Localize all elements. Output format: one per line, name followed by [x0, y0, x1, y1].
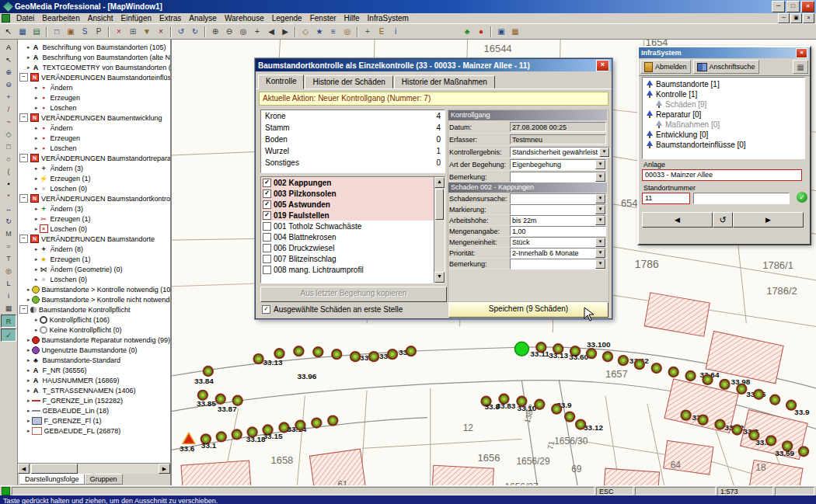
- abmelden-button[interactable]: Abmelden: [640, 60, 691, 74]
- legend-item[interactable]: ▸ABeschriftung von Baumstandorten (105): [18, 42, 170, 52]
- menu-fenster[interactable]: Fenster: [306, 14, 340, 23]
- tab-historie-der-ma-nahmen[interactable]: Historie der Maßnahmen: [394, 75, 495, 89]
- buffer-zone-icon[interactable]: ◎: [340, 26, 354, 38]
- menu-warehouse[interactable]: Warehouse: [221, 14, 268, 23]
- infra-tree-item[interactable]: Entwicklung [0]: [643, 130, 804, 140]
- sync-map-icon[interactable]: ▣: [494, 26, 508, 38]
- field-dropdown[interactable]: ▼: [510, 259, 606, 269]
- damage-row[interactable]: 007 Blitzeinschlag: [261, 253, 434, 264]
- side-pan-icon[interactable]: +: [2, 91, 16, 103]
- dialog-close-icon[interactable]: ×: [596, 60, 609, 71]
- infra-tree-item[interactable]: Schäden [9]: [643, 99, 804, 109]
- scrollbar-thumb[interactable]: [31, 464, 78, 474]
- side-trim-icon[interactable]: T: [2, 252, 16, 264]
- scroll-down-icon[interactable]: ▼: [434, 272, 445, 283]
- dropdown-arrow-icon[interactable]: ▼: [595, 259, 605, 269]
- expand-toggle[interactable]: −: [19, 73, 28, 82]
- grid-view-button[interactable]: ▦: [793, 60, 808, 74]
- side-label-icon[interactable]: L: [2, 277, 16, 289]
- edit-feature-icon[interactable]: E: [375, 26, 389, 38]
- field-dropdown[interactable]: 2-Innerhalb 6 Monate▼: [510, 248, 606, 259]
- damage-checkbox[interactable]: ✓: [263, 189, 271, 198]
- legend-item[interactable]: ▸ABeschriftung von Baumstandorten (alte …: [18, 52, 170, 62]
- select-set-icon[interactable]: ◇: [298, 26, 312, 38]
- legend-item[interactable]: −NVERÄNDERUNGEN Baumstandortkontrolle: [18, 193, 170, 203]
- side-measure-icon[interactable]: ↔: [2, 203, 16, 214]
- mdi-minimize-button[interactable]: ─: [778, 13, 790, 23]
- menu-ansicht[interactable]: Ansicht: [84, 14, 117, 23]
- print-icon[interactable]: P: [92, 26, 106, 38]
- expand-toggle[interactable]: −: [19, 154, 28, 162]
- side-polygon-icon[interactable]: ◇: [2, 128, 16, 140]
- infra-tree-item[interactable]: Reparatur [0]: [643, 109, 804, 120]
- pan-icon[interactable]: +: [250, 26, 264, 38]
- undo-icon[interactable]: ↺: [174, 26, 188, 38]
- damage-checkbox[interactable]: [263, 222, 271, 231]
- dropdown-arrow-icon[interactable]: ▼: [595, 160, 605, 169]
- damage-checkbox[interactable]: ✓: [263, 211, 271, 220]
- map-view[interactable]: 165441654654/17861786/11786/216571658165…: [172, 40, 816, 485]
- side-select-icon[interactable]: ↖: [2, 54, 16, 65]
- legend-item[interactable]: ▸▪Löschen: [18, 143, 170, 153]
- scroll-left-icon[interactable]: ◀: [18, 464, 30, 474]
- standort-secondary-input[interactable]: [693, 193, 790, 204]
- legend-item[interactable]: ▸F_GRENZE_Lin (152282): [18, 395, 170, 405]
- field-dropdown[interactable]: Standsicherheit gewährleist▼: [510, 147, 610, 158]
- infra-tree-item[interactable]: Baumstandorteinflüsse [0]: [643, 140, 804, 150]
- side-curve-icon[interactable]: ~: [2, 116, 16, 127]
- damage-checkbox[interactable]: [263, 266, 271, 274]
- side-info-icon[interactable]: i: [2, 290, 16, 301]
- new-map-icon[interactable]: □: [50, 26, 64, 38]
- legend-item[interactable]: ▸♣Baumstandorte-Standard: [18, 355, 170, 365]
- mdi-close-button[interactable]: ×: [803, 13, 814, 23]
- expand-toggle[interactable]: −: [19, 194, 28, 203]
- standortnummer-input[interactable]: 11: [642, 193, 690, 204]
- legend-item[interactable]: ▸⚡Erzeugen (1): [18, 173, 170, 183]
- dropdown-arrow-icon[interactable]: ▼: [595, 205, 605, 214]
- legend-item[interactable]: ▸ATEXTGEOMETRY von Baumstandorten (105: [18, 62, 170, 72]
- legend-item[interactable]: ▸AHAUSNUMMER (16869): [18, 375, 170, 385]
- paste-icon[interactable]: ▼: [140, 26, 154, 38]
- selected-tree-point[interactable]: [514, 342, 528, 356]
- legend-horizontal-scrollbar[interactable]: ◀ ▶: [18, 463, 170, 474]
- insert-feature-icon[interactable]: +: [361, 26, 375, 38]
- legend-item[interactable]: ▸+Ändern (3): [18, 203, 170, 214]
- refresh-button[interactable]: ↺: [713, 212, 733, 228]
- expand-toggle[interactable]: −: [19, 235, 28, 243]
- damage-list-scrollbar[interactable]: ▲ ▼: [434, 177, 445, 283]
- dropdown-arrow-icon[interactable]: ▼: [599, 148, 609, 157]
- legend-item[interactable]: ▸+Ändern (8): [18, 244, 170, 254]
- side-line-icon[interactable]: /: [2, 103, 16, 115]
- scrollbar-thumb[interactable]: [435, 189, 444, 220]
- dropdown-arrow-icon[interactable]: ▼: [595, 216, 605, 225]
- side-circle-icon[interactable]: ○: [2, 153, 16, 165]
- side-point-icon[interactable]: •: [2, 178, 16, 189]
- minimize-button[interactable]: ─: [772, 1, 785, 12]
- legend-item[interactable]: ▸▪Ändern: [18, 82, 170, 92]
- scroll-right-icon[interactable]: ▶: [159, 464, 170, 474]
- expand-toggle[interactable]: −: [19, 305, 28, 314]
- menu-bearbeiten[interactable]: Bearbeiten: [38, 14, 83, 23]
- menu-legende[interactable]: Legende: [268, 14, 306, 23]
- tab-kontrolle[interactable]: Kontrolle: [258, 75, 304, 89]
- legend-item[interactable]: −NVERÄNDERUNGEN Baumstandorteinflüsse: [18, 72, 170, 82]
- damage-checkbox[interactable]: [263, 233, 271, 242]
- first-position-checkbox[interactable]: ✓: [262, 305, 270, 314]
- fit-view-icon[interactable]: ◎: [236, 26, 250, 38]
- category-row[interactable]: Stamm4: [261, 122, 445, 134]
- infrasystem-close-icon[interactable]: ×: [796, 48, 807, 58]
- damage-row[interactable]: ✓003 Pilzkonsolen: [261, 188, 434, 199]
- infra-tree-item[interactable]: Kontrolle [1]: [643, 89, 804, 99]
- tab-darstellungsfolge[interactable]: Darstellungsfolge: [19, 474, 85, 485]
- anlage-input[interactable]: 00033 - Mainzer Allee: [642, 169, 802, 181]
- legend-item[interactable]: ▸AF_NR (36556): [18, 365, 170, 375]
- next-view-icon[interactable]: ▶: [278, 26, 292, 38]
- legend-item[interactable]: ▸GEBAEUDE_FL (26878): [18, 426, 170, 436]
- spatial-query-icon[interactable]: ★: [312, 26, 326, 38]
- dropdown-arrow-icon[interactable]: ▼: [595, 172, 605, 182]
- damage-row[interactable]: 006 Druckzwiesel: [261, 242, 434, 253]
- dropdown-arrow-icon[interactable]: ▼: [595, 194, 605, 203]
- legend-item[interactable]: ▸Baumstandorte > Kontrolle notwendig (10…: [18, 284, 170, 294]
- anschriftsuche-button[interactable]: Anschriftsuche: [693, 60, 759, 74]
- damage-checkbox[interactable]: [263, 244, 271, 252]
